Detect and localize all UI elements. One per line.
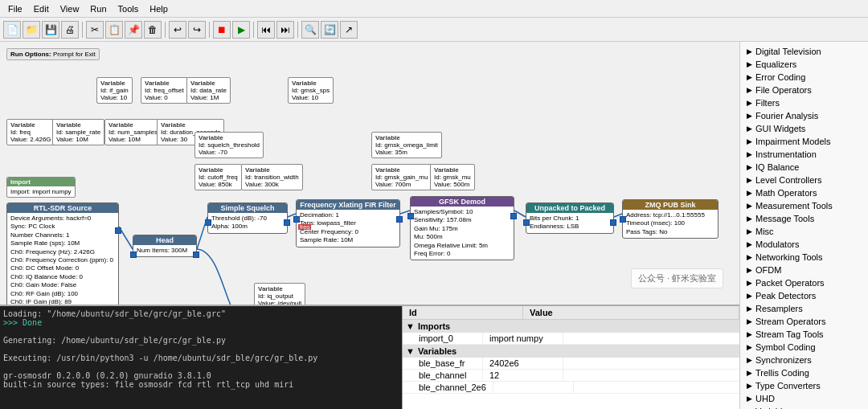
copy-button[interactable]: 📋: [105, 21, 123, 39]
search-button[interactable]: 🔍: [301, 21, 319, 39]
menu-run[interactable]: Run: [85, 2, 111, 15]
right-panel-item-8[interactable]: ▶Instrumentation: [740, 148, 868, 161]
sep5: [297, 22, 298, 38]
import-value-0: import numpy: [483, 333, 563, 344]
imports-section-title: ▼ Imports: [403, 320, 739, 333]
refresh-button[interactable]: 🔄: [321, 21, 338, 39]
menu-file[interactable]: File: [3, 2, 27, 15]
right-panel-item-26[interactable]: ▶Type Converters: [740, 379, 868, 392]
delete-button[interactable]: 🗑: [144, 21, 162, 39]
squelch-out-port: [284, 219, 290, 226]
var-value-1: 12: [483, 370, 563, 381]
head-out-port: [193, 252, 199, 258]
console-line-3: [3, 327, 399, 336]
forward-button[interactable]: ⏭: [276, 21, 294, 39]
right-panel-item-11[interactable]: ▶Math Operators: [740, 186, 868, 199]
right-panel-item-12[interactable]: ▶Measurement Tools: [740, 199, 868, 212]
right-panel-item-0[interactable]: ▶Digital Television: [740, 45, 868, 58]
var-block-cutoff-freq: Variable Id: cutoff_freq Value: 850k: [194, 164, 242, 190]
cut-button[interactable]: ✂: [86, 21, 104, 39]
col-value-header: Value: [523, 306, 739, 319]
right-panel-item-19[interactable]: ▶Peak Detectors: [740, 289, 868, 302]
xlating-in-port: [293, 216, 300, 223]
var-id-2: ble_channel_2e6: [403, 382, 493, 393]
right-panel-item-28[interactable]: ▶Variables: [740, 405, 868, 409]
rtl-sdr-block: RTL-SDR Source Device Arguments: hackrf=…: [6, 202, 119, 305]
play-button[interactable]: ▶: [232, 21, 250, 39]
variables-header: Id Value: [403, 306, 739, 320]
squelch-in-port: [205, 219, 211, 226]
right-panel-item-16[interactable]: ▶Networking Tools: [740, 251, 868, 264]
console-line-9: built-in source types: file osmosdr fcd …: [3, 380, 399, 389]
var-block-data-rate: Variable Id: data_rate Value: 1M: [186, 77, 231, 104]
canvas-area[interactable]: Run Options: Prompt for Exit Variable Id…: [0, 42, 739, 305]
toolbar: 📄 📁 💾 🖨 ✂ 📋 📌 🗑 ↩ ↪ ⏹ ▶ ⏮ ⏭ 🔍 🔄 ↗: [0, 18, 868, 42]
import-row-0[interactable]: import_0 import numpy: [403, 333, 739, 345]
simple-squelch-block: Simple Squelch Threshold (dB): -70 Alpha…: [207, 202, 288, 234]
sep2: [165, 22, 166, 38]
var-block-num-samples: Variable Id: num_samples Value: 10M: [104, 119, 162, 145]
right-panel-item-17[interactable]: ▶OFDM: [740, 264, 868, 276]
right-panel-item-3[interactable]: ▶File Operators: [740, 84, 868, 96]
var-row-0[interactable]: ble_base_fr 2402e6: [403, 358, 739, 370]
var-block-squelch: Variable Id: squelch_threshold Value: -7…: [194, 132, 264, 158]
right-panel-item-21[interactable]: ▶Stream Operators: [740, 315, 868, 328]
menu-help[interactable]: Help: [145, 2, 173, 15]
var-block-iq-output: Variable Id: iq_output Value: /dev/null: [254, 283, 305, 305]
right-panel-item-6[interactable]: ▶GUI Widgets: [740, 122, 868, 135]
forward2-button[interactable]: ↗: [340, 21, 358, 39]
var-block-sample-rate: Variable Id: sample_rate Value: 10M: [52, 119, 104, 145]
right-panel-item-5[interactable]: ▶Fourier Analysis: [740, 109, 868, 122]
right-panel-item-7[interactable]: ▶Impairment Models: [740, 135, 868, 148]
right-panel-item-27[interactable]: ▶UHD: [740, 392, 868, 405]
watermark: 公众号 · 虾米实验室: [631, 268, 723, 288]
right-panel-item-15[interactable]: ▶Modulators: [740, 238, 868, 251]
zmq-in-port: [620, 216, 626, 223]
paste-button[interactable]: 📌: [125, 21, 142, 39]
bottom-area: Loading: "/home/ubuntu/sdr_ble/grc/gr_bl…: [0, 305, 739, 409]
var-row-1[interactable]: ble_channel 12: [403, 370, 739, 382]
imports-arrow: ▼: [406, 321, 415, 331]
col-id-header: Id: [403, 306, 523, 319]
rewind-button[interactable]: ⏮: [257, 21, 275, 39]
stop-button[interactable]: ⏹: [213, 21, 231, 39]
main-area: Run Options: Prompt for Exit Variable Id…: [0, 42, 868, 409]
right-panel-item-24[interactable]: ▶Synchronizers: [740, 354, 868, 366]
undo-button[interactable]: ↩: [169, 21, 186, 39]
variables-section: ▼ Variables ble_base_fr 2402e6 ble_chann…: [403, 345, 739, 394]
right-panel-item-20[interactable]: ▶Resamplers: [740, 302, 868, 315]
right-panel-item-13[interactable]: ▶Message Tools: [740, 212, 868, 225]
xlating-out-port: [396, 216, 403, 223]
right-panel-item-9[interactable]: ▶IQ Balance: [740, 161, 868, 174]
right-panel-item-4[interactable]: ▶Filters: [740, 96, 868, 109]
right-panel-item-14[interactable]: ▶Misc: [740, 225, 868, 238]
right-panel-item-22[interactable]: ▶Stream Tag Tools: [740, 328, 868, 341]
import-id-0: import_0: [403, 333, 483, 344]
head-in-port: [130, 252, 137, 258]
right-panel-item-10[interactable]: ▶Level Controllers: [740, 174, 868, 186]
open-button[interactable]: 📁: [23, 21, 40, 39]
new-button[interactable]: 📄: [3, 21, 21, 39]
redo-button[interactable]: ↪: [188, 21, 206, 39]
console-area[interactable]: Loading: "/home/ubuntu/sdr_ble/grc/gr_bl…: [0, 306, 402, 409]
right-panel-item-2[interactable]: ▶Error Coding: [740, 71, 868, 84]
menubar: File Edit View Run Tools Help: [0, 0, 868, 18]
var-block-freq-offset: Variable Id: freq_offset Value: 0: [141, 77, 188, 104]
var-id-1: ble_channel: [403, 370, 483, 381]
menu-view[interactable]: View: [55, 2, 84, 15]
sep4: [253, 22, 254, 38]
right-panel-item-1[interactable]: ▶Equalizers: [740, 58, 868, 71]
menu-edit[interactable]: Edit: [29, 2, 54, 15]
variables-area: Id Value ▼ Imports import_0 import numpy: [402, 306, 739, 409]
right-panel-item-23[interactable]: ▶Symbol Coding: [740, 341, 868, 354]
console-line-8: gr-osmosdr 0.2.0.0 (0.2.0) gnuradio 3.8.…: [3, 371, 399, 380]
imports-section: ▼ Imports import_0 import numpy: [403, 320, 739, 345]
print-button[interactable]: 🖨: [61, 21, 79, 39]
right-panel: ▶Digital Television▶Equalizers▶Error Cod…: [739, 42, 868, 409]
menu-tools[interactable]: Tools: [113, 2, 144, 15]
variables-content[interactable]: ▼ Imports import_0 import numpy ▼ Variab…: [403, 320, 739, 409]
var-row-2[interactable]: ble_channel_2e6: [403, 382, 739, 394]
save-button[interactable]: 💾: [42, 21, 59, 39]
right-panel-item-18[interactable]: ▶Packet Operators: [740, 276, 868, 289]
right-panel-item-25[interactable]: ▶Trellis Coding: [740, 366, 868, 379]
